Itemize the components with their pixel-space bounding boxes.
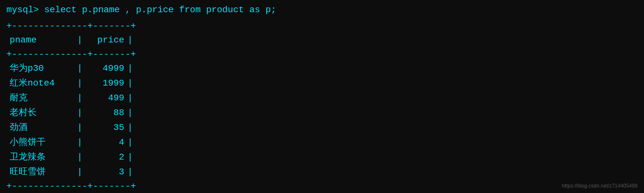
cell-divider-end: | xyxy=(128,91,133,105)
table-row: 卫龙辣条 | 2 | xyxy=(6,150,638,165)
border-top: +--------------+-------+ xyxy=(6,19,638,33)
table-row: 华为p30 | 4999 | xyxy=(6,61,638,76)
cell-pname: 旺旺雪饼 xyxy=(6,165,77,179)
cell-divider: | xyxy=(77,106,83,120)
table-row: 劲酒 | 35 | xyxy=(6,120,638,135)
cell-price: 499 xyxy=(83,91,128,106)
cell-price: 35 xyxy=(83,120,128,135)
cell-divider: | xyxy=(77,151,83,164)
cell-price: 4999 xyxy=(83,61,128,76)
cell-divider-end: | xyxy=(128,77,133,90)
terminal: mysql> select p.pname , p.price from pro… xyxy=(6,3,638,193)
cell-divider: | xyxy=(77,121,83,134)
cell-pname: 老村长 xyxy=(6,106,77,120)
cell-divider-end: | xyxy=(128,151,133,164)
cell-price: 3 xyxy=(83,165,128,179)
cell-pname: 华为p30 xyxy=(6,61,77,76)
cell-pname: 耐克 xyxy=(6,91,77,106)
cell-price: 2 xyxy=(83,150,128,165)
table-row: 老村长 | 88 | xyxy=(6,106,638,120)
table-row: 旺旺雪饼 | 3 | xyxy=(6,165,638,179)
table-header-row: pname | price | xyxy=(6,33,638,48)
cell-divider-end: | xyxy=(128,62,133,75)
cell-divider: | xyxy=(77,62,83,75)
cell-pname: 小熊饼干 xyxy=(6,135,77,150)
table-body: 华为p30 | 4999 | 红米note4 | 1999 | 耐克 | 499… xyxy=(6,61,638,179)
col-pname-header: pname xyxy=(6,33,77,48)
command-text: select p.pname , p.price from product as… xyxy=(39,5,276,15)
cell-pname: 红米note4 xyxy=(6,76,77,91)
cell-divider-end: | xyxy=(128,106,133,120)
border-bot: +--------------+-------+ xyxy=(6,179,638,193)
cell-pname: 卫龙辣条 xyxy=(6,150,77,165)
cell-divider-end: | xyxy=(128,165,133,179)
col-divider-end: | xyxy=(128,33,133,47)
command-line: mysql> select p.pname , p.price from pro… xyxy=(6,3,638,17)
cell-divider: | xyxy=(77,77,83,90)
cell-pname: 劲酒 xyxy=(6,120,77,135)
col-divider: | xyxy=(77,33,83,47)
table-row: 小熊饼干 | 4 | xyxy=(6,135,638,150)
cell-price: 88 xyxy=(83,106,128,120)
cell-price: 4 xyxy=(83,135,128,150)
border-mid: +--------------+-------+ xyxy=(6,48,638,61)
cell-divider: | xyxy=(77,136,83,149)
cell-divider: | xyxy=(77,165,83,179)
col-price-header: price xyxy=(83,33,128,48)
table-row: 耐克 | 499 | xyxy=(6,91,638,106)
watermark: https://blog.csdn.net/z714405489 xyxy=(562,182,638,190)
prompt: mysql> xyxy=(6,5,39,15)
cell-divider-end: | xyxy=(128,121,133,134)
result-table: +--------------+-------+ pname | price |… xyxy=(6,19,638,193)
cell-price: 1999 xyxy=(83,76,128,91)
table-row: 红米note4 | 1999 | xyxy=(6,76,638,91)
cell-divider-end: | xyxy=(128,136,133,149)
cell-divider: | xyxy=(77,91,83,105)
